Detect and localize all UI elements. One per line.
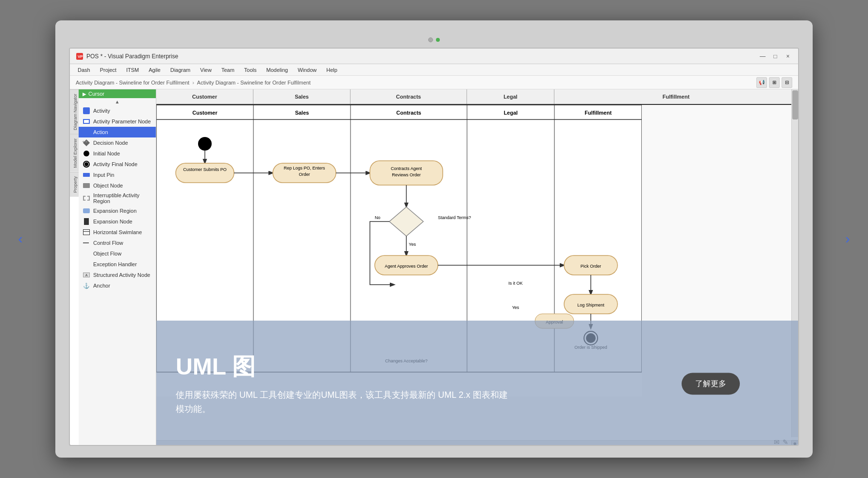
overlay-panel: UML 图 使用屡获殊荣的 UML 工具创建专业的UML图表，该工具支持最新的 … — [156, 321, 798, 446]
menu-diagram[interactable]: Diagram — [167, 66, 195, 74]
menu-view[interactable]: View — [196, 66, 216, 74]
svg-marker-27 — [389, 207, 423, 236]
svg-text:Agent Approves Order: Agent Approves Order — [384, 264, 428, 269]
anchor-icon: ⚓ — [83, 282, 90, 290]
swimlane-header: Customer Sales Contracts Legal Fulfillme… — [156, 89, 798, 105]
menu-agile[interactable]: Agile — [145, 66, 164, 74]
learn-more-button[interactable]: 了解更多 — [682, 373, 740, 395]
menu-itsm[interactable]: ITSM — [122, 66, 143, 74]
activity-param-icon — [83, 118, 90, 125]
sidebar-item-input-pin[interactable]: Input Pin — [79, 170, 156, 180]
cursor-label: Cursor — [88, 91, 104, 97]
control-flow-icon — [83, 239, 90, 247]
sidebar-item-anchor[interactable]: ⚓ Anchor — [79, 280, 156, 291]
sidebar-item-decision[interactable]: +✦ Decision Node — [79, 137, 156, 148]
minimize-button[interactable]: — — [758, 52, 767, 61]
swimlane-icon — [83, 228, 90, 236]
object-node-icon — [83, 182, 90, 189]
action-icon — [83, 128, 90, 136]
svg-text:Reviews Order: Reviews Order — [392, 172, 421, 177]
tab-property[interactable]: Property — [70, 172, 79, 197]
initial-icon — [83, 150, 90, 157]
cursor-icon: ▶ — [83, 91, 86, 97]
sidebar-item-expansion-region[interactable]: Expansion Region — [79, 205, 156, 216]
expansion-region-icon — [83, 207, 90, 215]
sidebar-item-object-node[interactable]: Object Node — [79, 180, 156, 191]
breadcrumb-icons: 📢 ⊞ ⊟ — [756, 77, 792, 88]
object-flow-icon — [83, 250, 90, 257]
breadcrumb-path2[interactable]: Activity Diagram - Swineline for Order F… — [197, 80, 311, 85]
svg-text:Yes: Yes — [409, 242, 416, 247]
exception-handler-icon — [83, 260, 90, 268]
laptop-indicator — [436, 38, 440, 42]
canvas-area: Customer Sales Contracts Legal Fulfillme… — [156, 89, 798, 446]
tab-diagram-navigator[interactable]: Diagram Navigator — [70, 89, 79, 134]
svg-point-14 — [198, 137, 212, 151]
menu-tools[interactable]: Tools — [240, 66, 261, 74]
tab-model-explorer[interactable]: Model Explorer — [70, 134, 79, 172]
menu-team[interactable]: Team — [217, 66, 238, 74]
svg-text:Standard Terms?: Standard Terms? — [438, 215, 471, 220]
sidebar-item-action[interactable]: Action — [79, 127, 156, 137]
sidebar-item-expansion-node[interactable]: Expansion Node — [79, 216, 156, 227]
sidebar-item-structured[interactable]: A Structured Activity Node — [79, 270, 156, 280]
sidebar-item-interruptible[interactable]: Interruptible Activity Region — [79, 191, 156, 205]
svg-text:Contracts Agent: Contracts Agent — [391, 166, 422, 171]
swimlane-sales-header: Sales — [253, 89, 351, 104]
breadcrumb-separator: › — [192, 80, 194, 85]
menu-help[interactable]: Help — [322, 66, 341, 74]
svg-text:Contracts: Contracts — [396, 110, 421, 116]
structured-icon: A — [83, 271, 90, 279]
menu-modeling[interactable]: Modeling — [263, 66, 292, 74]
sidebar-item-control-flow[interactable]: Control Flow — [79, 238, 156, 248]
vertical-tab-labels: Diagram Navigator Model Explorer Propert… — [70, 89, 79, 446]
nav-next-button[interactable]: › — [837, 228, 858, 250]
menu-bar: Dash Project ITSM Agile Diagram View Tea… — [70, 64, 798, 76]
laptop-camera — [428, 37, 433, 42]
svg-text:Log Shipment: Log Shipment — [577, 303, 604, 307]
left-sidebar: ▶ Cursor ▲ Activity Activity Parameter N… — [79, 89, 156, 446]
svg-text:Yes: Yes — [512, 305, 519, 310]
svg-rect-16 — [176, 163, 234, 183]
overlay-description: 使用屡获殊荣的 UML 工具创建专业的UML图表，该工具支持最新的 UML 2.… — [176, 388, 516, 416]
sidebar-item-exception[interactable]: Exception Handler — [79, 259, 156, 270]
menu-window[interactable]: Window — [294, 66, 320, 74]
menu-dash[interactable]: Dash — [74, 66, 94, 74]
svg-text:Rep Logs PO, Enters: Rep Logs PO, Enters — [284, 166, 325, 171]
svg-text:Customer: Customer — [192, 110, 217, 116]
sidebar-cursor[interactable]: ▶ Cursor — [79, 89, 156, 98]
swimlane-legal-header: Legal — [467, 89, 554, 104]
nav-prev-button[interactable]: ‹ — [10, 228, 31, 250]
laptop-frame: VP POS * - Visual Paradigm Enterprise — … — [55, 20, 813, 458]
swimlane-fulfillment-header: Fulfillment — [554, 89, 798, 104]
svg-text:Sales: Sales — [295, 110, 309, 116]
close-button[interactable]: × — [784, 52, 792, 61]
sidebar-item-final[interactable]: Activity Final Node — [79, 159, 156, 170]
svg-text:Order: Order — [299, 172, 310, 177]
sidebar-item-object-flow[interactable]: Object Flow — [79, 248, 156, 259]
sidebar-divider: ▲ — [79, 98, 156, 105]
sidebar-item-swimlane[interactable]: Horizontal Swimlane — [79, 227, 156, 238]
final-icon — [83, 160, 90, 168]
app-title: POS * - Visual Paradigm Enterprise — [86, 53, 758, 60]
svg-text:Fulfillment: Fulfillment — [584, 110, 612, 116]
svg-text:Is it OK: Is it OK — [508, 281, 523, 286]
sidebar-item-activity-param[interactable]: Activity Parameter Node — [79, 116, 156, 127]
menu-project[interactable]: Project — [96, 66, 120, 74]
breadcrumb-icon-2[interactable]: ⊞ — [769, 77, 780, 88]
breadcrumb-path1[interactable]: Activity Diagram - Swineline for Order F… — [76, 80, 189, 85]
swimlane-customer-header: Customer — [156, 89, 253, 104]
decision-icon: +✦ — [83, 139, 90, 147]
breadcrumb-icon-3[interactable]: ⊟ — [782, 77, 792, 88]
screen: VP POS * - Visual Paradigm Enterprise — … — [69, 48, 799, 446]
svg-text:Pick Order: Pick Order — [581, 264, 601, 269]
breadcrumb-icon-1[interactable]: 📢 — [756, 77, 767, 88]
scrollbar-thumb-vertical — [792, 90, 798, 120]
svg-text:VP: VP — [78, 54, 83, 59]
activity-icon — [83, 107, 90, 115]
sidebar-item-initial[interactable]: Initial Node — [79, 148, 156, 159]
sidebar-item-activity[interactable]: Activity — [79, 105, 156, 116]
swimlane-contracts-header: Contracts — [351, 89, 467, 104]
maximize-button[interactable]: □ — [771, 52, 780, 61]
interruptible-icon — [83, 194, 90, 202]
